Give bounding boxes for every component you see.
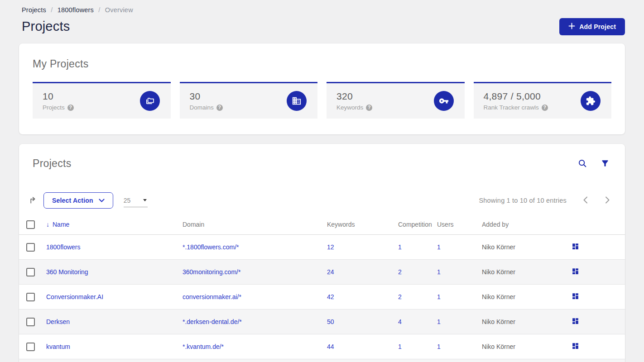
folders-icon bbox=[140, 91, 160, 111]
keywords-count[interactable]: 50 bbox=[327, 318, 398, 325]
export-arrow-icon[interactable] bbox=[29, 195, 38, 206]
dashboard-icon[interactable] bbox=[572, 292, 579, 301]
project-name-link[interactable]: Conversionmaker.AI bbox=[46, 293, 183, 300]
column-header-users[interactable]: Users bbox=[437, 221, 482, 228]
column-header-domain[interactable]: Domain bbox=[183, 221, 327, 228]
dashboard-icon[interactable] bbox=[572, 317, 579, 326]
stat-value: 320 bbox=[336, 91, 372, 102]
row-checkbox[interactable] bbox=[26, 343, 35, 351]
building-icon bbox=[287, 91, 307, 111]
added-by: Niko Körner bbox=[482, 318, 572, 325]
added-by: Niko Körner bbox=[482, 243, 572, 251]
select-action-dropdown[interactable]: Select Action bbox=[43, 192, 113, 209]
search-icon[interactable] bbox=[577, 158, 587, 170]
project-name-link[interactable]: kvantum bbox=[46, 343, 183, 350]
project-domain-link[interactable]: *.kvantum.de/* bbox=[183, 343, 327, 350]
users-count[interactable]: 1 bbox=[437, 293, 482, 300]
row-checkbox[interactable] bbox=[26, 293, 35, 301]
stat-value: 10 bbox=[43, 91, 74, 102]
column-header-name[interactable]: Name bbox=[46, 221, 183, 228]
help-icon[interactable] bbox=[366, 105, 372, 111]
competition-count[interactable]: 4 bbox=[398, 318, 437, 325]
select-caret-icon bbox=[143, 199, 147, 201]
breadcrumb: Projects / 1800flowers / Overview bbox=[22, 6, 625, 14]
table-header-row: Name Domain Keywords Competition Users A… bbox=[19, 214, 625, 235]
help-icon[interactable] bbox=[542, 105, 548, 111]
breadcrumb-separator: / bbox=[51, 6, 53, 14]
project-domain-link[interactable]: *.1800flowers.com/* bbox=[183, 243, 327, 251]
breadcrumb-projects[interactable]: Projects bbox=[22, 6, 46, 14]
previous-page-icon[interactable] bbox=[583, 196, 588, 205]
project-name-link[interactable]: 360 Monitoring bbox=[46, 268, 183, 276]
table-toolbar: Select Action 25 Showing 1 to 10 of 10 e… bbox=[19, 192, 625, 209]
stat-card-domains[interactable]: 30 Domains bbox=[180, 82, 318, 119]
page-size-select[interactable]: 25 bbox=[124, 194, 148, 207]
add-project-label: Add Project bbox=[579, 23, 616, 30]
breadcrumb-overview: Overview bbox=[105, 6, 133, 14]
stat-label: Rank Tracker crawls bbox=[484, 104, 539, 111]
users-count[interactable]: 1 bbox=[437, 318, 482, 325]
select-action-label: Select Action bbox=[52, 197, 93, 204]
row-checkbox[interactable] bbox=[26, 243, 35, 252]
table-row: Conversionmaker.AI conversionmaker.ai/* … bbox=[19, 285, 625, 310]
table-row: 1800flowers *.1800flowers.com/* 12 1 1 N… bbox=[19, 235, 625, 260]
competition-count[interactable]: 1 bbox=[398, 343, 437, 350]
breadcrumb-separator: / bbox=[98, 6, 100, 14]
competition-count[interactable]: 2 bbox=[398, 293, 437, 300]
showing-entries-text: Showing 1 to 10 of 10 entries bbox=[479, 197, 567, 204]
competition-count[interactable]: 2 bbox=[398, 268, 437, 276]
table-row: 360 Monitoring 360monitoring.com/* 24 2 … bbox=[19, 260, 625, 285]
row-checkbox[interactable] bbox=[26, 268, 35, 276]
stat-card-projects[interactable]: 10 Projects bbox=[33, 82, 171, 119]
project-name-link[interactable]: Derksen bbox=[46, 318, 183, 325]
page-header: Projects / 1800flowers / Overview Projec… bbox=[0, 0, 644, 34]
column-header-competition[interactable]: Competition bbox=[398, 221, 437, 228]
table-row bbox=[19, 359, 625, 362]
users-count[interactable]: 1 bbox=[437, 243, 482, 251]
page-size-value: 25 bbox=[124, 197, 131, 204]
added-by: Niko Körner bbox=[482, 293, 572, 300]
plus-icon bbox=[568, 23, 575, 31]
stat-value: 30 bbox=[190, 91, 223, 102]
my-projects-title: My Projects bbox=[33, 58, 611, 70]
competition-count[interactable]: 1 bbox=[398, 243, 437, 251]
stat-label: Keywords bbox=[336, 104, 363, 111]
dashboard-icon[interactable] bbox=[572, 342, 579, 351]
column-header-added-by[interactable]: Added by bbox=[482, 221, 572, 228]
project-name-link[interactable]: 1800flowers bbox=[46, 243, 183, 251]
keywords-count[interactable]: 42 bbox=[327, 293, 398, 300]
table-row: Derksen *.derksen-dental.de/* 50 4 1 Nik… bbox=[19, 310, 625, 334]
filter-icon[interactable] bbox=[601, 158, 610, 170]
help-icon[interactable] bbox=[67, 105, 74, 111]
projects-panel-title: Projects bbox=[33, 157, 71, 170]
project-domain-link[interactable]: *.derksen-dental.de/* bbox=[183, 318, 327, 325]
help-icon[interactable] bbox=[216, 105, 223, 111]
stat-label: Projects bbox=[43, 104, 65, 111]
sort-desc-icon bbox=[46, 221, 49, 228]
key-icon bbox=[434, 91, 454, 111]
stat-value: 4,897 / 5,000 bbox=[484, 91, 548, 102]
dashboard-icon[interactable] bbox=[572, 243, 579, 252]
projects-table-card: Projects Select Action bbox=[19, 144, 625, 362]
page-title: Projects bbox=[22, 19, 625, 34]
column-header-keywords[interactable]: Keywords bbox=[327, 221, 398, 228]
add-project-button[interactable]: Add Project bbox=[559, 18, 625, 35]
project-domain-link[interactable]: conversionmaker.ai/* bbox=[183, 293, 327, 300]
stat-card-rank-tracker[interactable]: 4,897 / 5,000 Rank Tracker crawls bbox=[474, 82, 612, 119]
next-page-icon[interactable] bbox=[605, 196, 610, 205]
users-count[interactable]: 1 bbox=[437, 268, 482, 276]
dashboard-icon[interactable] bbox=[572, 267, 579, 276]
project-domain-link[interactable]: 360monitoring.com/* bbox=[183, 268, 327, 276]
keywords-count[interactable]: 44 bbox=[327, 343, 398, 350]
stat-card-keywords[interactable]: 320 Keywords bbox=[327, 82, 465, 119]
users-count[interactable]: 1 bbox=[437, 343, 482, 350]
breadcrumb-1800flowers[interactable]: 1800flowers bbox=[58, 6, 94, 14]
keywords-count[interactable]: 24 bbox=[327, 268, 398, 276]
select-all-checkbox[interactable] bbox=[26, 220, 35, 229]
stats-row: 10 Projects 30 Domains bbox=[33, 82, 611, 119]
keywords-count[interactable]: 12 bbox=[327, 243, 398, 251]
stat-label: Domains bbox=[190, 104, 214, 111]
puzzle-icon bbox=[581, 91, 601, 111]
added-by: Niko Körner bbox=[482, 343, 572, 350]
row-checkbox[interactable] bbox=[26, 318, 35, 326]
